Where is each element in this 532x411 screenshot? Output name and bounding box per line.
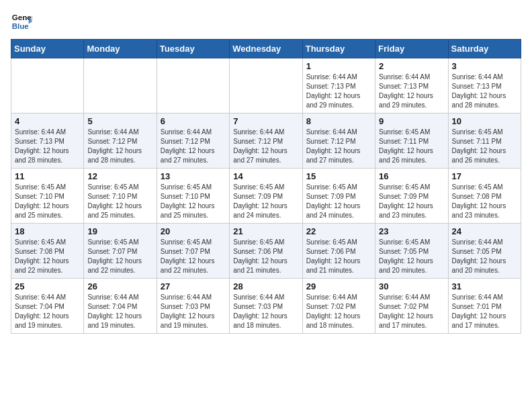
calendar-week-1: 1Sunrise: 6:44 AM Sunset: 7:13 PM Daylig… xyxy=(11,58,521,113)
day-number: 29 xyxy=(306,281,371,291)
day-info: Sunrise: 6:45 AM Sunset: 7:06 PM Dayligh… xyxy=(233,238,298,275)
calendar-cell: 20Sunrise: 6:45 AM Sunset: 7:07 PM Dayli… xyxy=(157,224,229,279)
day-number: 5 xyxy=(87,116,152,126)
day-number: 11 xyxy=(15,171,80,181)
logo-icon: General Blue xyxy=(11,11,32,32)
day-number: 7 xyxy=(233,116,298,126)
day-number: 15 xyxy=(306,171,371,181)
calendar-cell: 3Sunrise: 6:44 AM Sunset: 7:13 PM Daylig… xyxy=(448,58,521,113)
page-header: General Blue xyxy=(11,11,521,32)
day-number: 17 xyxy=(452,171,517,181)
calendar-cell xyxy=(84,58,157,113)
calendar-cell: 5Sunrise: 6:44 AM Sunset: 7:12 PM Daylig… xyxy=(84,113,157,169)
calendar-cell: 7Sunrise: 6:44 AM Sunset: 7:12 PM Daylig… xyxy=(230,113,302,169)
calendar-cell: 15Sunrise: 6:45 AM Sunset: 7:09 PM Dayli… xyxy=(302,169,375,224)
day-info: Sunrise: 6:44 AM Sunset: 7:02 PM Dayligh… xyxy=(306,293,371,330)
day-info: Sunrise: 6:44 AM Sunset: 7:01 PM Dayligh… xyxy=(452,293,517,330)
day-info: Sunrise: 6:44 AM Sunset: 7:04 PM Dayligh… xyxy=(87,293,152,330)
calendar-week-2: 4Sunrise: 6:44 AM Sunset: 7:13 PM Daylig… xyxy=(11,113,521,169)
calendar-cell: 29Sunrise: 6:44 AM Sunset: 7:02 PM Dayli… xyxy=(302,279,375,334)
day-number: 13 xyxy=(161,171,226,181)
day-info: Sunrise: 6:45 AM Sunset: 7:07 PM Dayligh… xyxy=(161,238,226,275)
day-info: Sunrise: 6:44 AM Sunset: 7:04 PM Dayligh… xyxy=(15,293,80,330)
day-number: 20 xyxy=(161,226,226,236)
day-info: Sunrise: 6:45 AM Sunset: 7:08 PM Dayligh… xyxy=(452,183,517,220)
calendar-cell: 21Sunrise: 6:45 AM Sunset: 7:06 PM Dayli… xyxy=(230,224,302,279)
day-number: 3 xyxy=(452,61,517,71)
svg-text:Blue: Blue xyxy=(12,22,30,30)
day-info: Sunrise: 6:45 AM Sunset: 7:06 PM Dayligh… xyxy=(306,238,371,275)
day-info: Sunrise: 6:45 AM Sunset: 7:09 PM Dayligh… xyxy=(306,183,371,220)
day-number: 24 xyxy=(452,226,517,236)
day-number: 31 xyxy=(452,281,517,291)
day-number: 4 xyxy=(15,116,80,126)
calendar-cell: 27Sunrise: 6:44 AM Sunset: 7:03 PM Dayli… xyxy=(157,279,229,334)
day-number: 28 xyxy=(233,281,298,291)
day-info: Sunrise: 6:45 AM Sunset: 7:10 PM Dayligh… xyxy=(87,183,152,220)
calendar-cell: 6Sunrise: 6:44 AM Sunset: 7:12 PM Daylig… xyxy=(157,113,229,169)
day-number: 18 xyxy=(15,226,80,236)
calendar-cell: 10Sunrise: 6:45 AM Sunset: 7:11 PM Dayli… xyxy=(448,113,521,169)
day-info: Sunrise: 6:44 AM Sunset: 7:03 PM Dayligh… xyxy=(161,293,226,330)
calendar-cell: 16Sunrise: 6:45 AM Sunset: 7:09 PM Dayli… xyxy=(375,169,448,224)
calendar-cell: 30Sunrise: 6:44 AM Sunset: 7:02 PM Dayli… xyxy=(375,279,448,334)
calendar-cell: 23Sunrise: 6:45 AM Sunset: 7:05 PM Dayli… xyxy=(375,224,448,279)
calendar-cell: 11Sunrise: 6:45 AM Sunset: 7:10 PM Dayli… xyxy=(11,169,84,224)
calendar-cell: 19Sunrise: 6:45 AM Sunset: 7:07 PM Dayli… xyxy=(84,224,157,279)
calendar-cell: 14Sunrise: 6:45 AM Sunset: 7:09 PM Dayli… xyxy=(230,169,302,224)
logo: General Blue xyxy=(11,11,32,32)
calendar-cell: 22Sunrise: 6:45 AM Sunset: 7:06 PM Dayli… xyxy=(302,224,375,279)
calendar-cell: 28Sunrise: 6:44 AM Sunset: 7:03 PM Dayli… xyxy=(230,279,302,334)
day-number: 21 xyxy=(233,226,298,236)
day-info: Sunrise: 6:44 AM Sunset: 7:12 PM Dayligh… xyxy=(306,128,371,165)
calendar-week-5: 25Sunrise: 6:44 AM Sunset: 7:04 PM Dayli… xyxy=(11,279,521,334)
day-header-sunday: Sunday xyxy=(11,40,84,58)
calendar-week-3: 11Sunrise: 6:45 AM Sunset: 7:10 PM Dayli… xyxy=(11,169,521,224)
day-number: 2 xyxy=(379,61,444,71)
calendar-cell: 25Sunrise: 6:44 AM Sunset: 7:04 PM Dayli… xyxy=(11,279,84,334)
calendar-cell: 1Sunrise: 6:44 AM Sunset: 7:13 PM Daylig… xyxy=(302,58,375,113)
day-header-wednesday: Wednesday xyxy=(230,40,302,58)
day-number: 12 xyxy=(87,171,152,181)
day-info: Sunrise: 6:44 AM Sunset: 7:13 PM Dayligh… xyxy=(379,73,444,110)
calendar-cell: 13Sunrise: 6:45 AM Sunset: 7:10 PM Dayli… xyxy=(157,169,229,224)
day-info: Sunrise: 6:44 AM Sunset: 7:12 PM Dayligh… xyxy=(161,128,226,165)
day-number: 10 xyxy=(452,116,517,126)
calendar-cell: 26Sunrise: 6:44 AM Sunset: 7:04 PM Dayli… xyxy=(84,279,157,334)
day-number: 16 xyxy=(379,171,444,181)
day-info: Sunrise: 6:44 AM Sunset: 7:13 PM Dayligh… xyxy=(306,73,371,110)
day-info: Sunrise: 6:44 AM Sunset: 7:12 PM Dayligh… xyxy=(233,128,298,165)
day-info: Sunrise: 6:45 AM Sunset: 7:11 PM Dayligh… xyxy=(379,128,444,165)
day-info: Sunrise: 6:44 AM Sunset: 7:13 PM Dayligh… xyxy=(15,128,80,165)
day-header-friday: Friday xyxy=(375,40,448,58)
day-number: 8 xyxy=(306,116,371,126)
day-number: 6 xyxy=(161,116,226,126)
day-header-tuesday: Tuesday xyxy=(157,40,229,58)
day-number: 27 xyxy=(161,281,226,291)
calendar-cell: 17Sunrise: 6:45 AM Sunset: 7:08 PM Dayli… xyxy=(448,169,521,224)
day-number: 25 xyxy=(15,281,80,291)
day-info: Sunrise: 6:45 AM Sunset: 7:08 PM Dayligh… xyxy=(15,238,80,275)
day-info: Sunrise: 6:45 AM Sunset: 7:10 PM Dayligh… xyxy=(15,183,80,220)
calendar-cell xyxy=(11,58,84,113)
day-info: Sunrise: 6:45 AM Sunset: 7:09 PM Dayligh… xyxy=(233,183,298,220)
day-number: 30 xyxy=(379,281,444,291)
day-info: Sunrise: 6:44 AM Sunset: 7:12 PM Dayligh… xyxy=(87,128,152,165)
calendar-table: SundayMondayTuesdayWednesdayThursdayFrid… xyxy=(11,39,521,334)
day-number: 26 xyxy=(87,281,152,291)
day-number: 9 xyxy=(379,116,444,126)
day-header-saturday: Saturday xyxy=(448,40,521,58)
calendar-cell: 24Sunrise: 6:44 AM Sunset: 7:05 PM Dayli… xyxy=(448,224,521,279)
calendar-week-4: 18Sunrise: 6:45 AM Sunset: 7:08 PM Dayli… xyxy=(11,224,521,279)
calendar-cell: 9Sunrise: 6:45 AM Sunset: 7:11 PM Daylig… xyxy=(375,113,448,169)
day-number: 1 xyxy=(306,61,371,71)
day-info: Sunrise: 6:45 AM Sunset: 7:07 PM Dayligh… xyxy=(87,238,152,275)
day-header-monday: Monday xyxy=(84,40,157,58)
calendar-cell: 31Sunrise: 6:44 AM Sunset: 7:01 PM Dayli… xyxy=(448,279,521,334)
day-number: 14 xyxy=(233,171,298,181)
day-info: Sunrise: 6:45 AM Sunset: 7:11 PM Dayligh… xyxy=(452,128,517,165)
day-info: Sunrise: 6:44 AM Sunset: 7:13 PM Dayligh… xyxy=(452,73,517,110)
calendar-cell: 2Sunrise: 6:44 AM Sunset: 7:13 PM Daylig… xyxy=(375,58,448,113)
day-info: Sunrise: 6:45 AM Sunset: 7:10 PM Dayligh… xyxy=(161,183,226,220)
calendar-cell xyxy=(230,58,302,113)
